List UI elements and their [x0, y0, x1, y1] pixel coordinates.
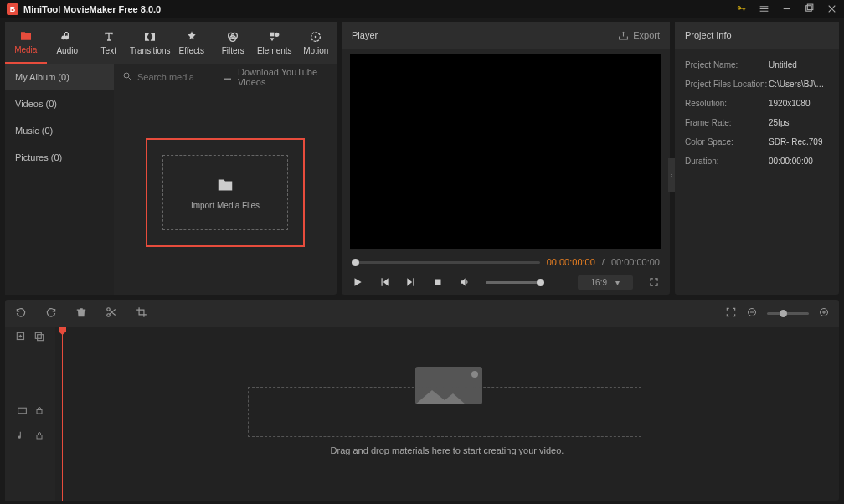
svg-rect-11 [435, 279, 441, 285]
timeline-toolbar [5, 300, 839, 327]
add-track-button[interactable] [15, 331, 27, 344]
tab-media-label: Media [14, 45, 37, 54]
sidebar-item-videos[interactable]: Videos (0) [5, 90, 114, 117]
lock-icon[interactable] [34, 430, 44, 442]
titlebar: B MiniTool MovieMaker Free 8.0.0 [0, 0, 844, 18]
zoom-slider[interactable] [767, 312, 809, 315]
main-tabs: Media Audio Text Transitions Effects Fil… [5, 22, 337, 64]
app-title: MiniTool MovieMaker Free 8.0.0 [23, 4, 161, 14]
undo-button[interactable] [15, 306, 27, 320]
search-icon [122, 71, 132, 83]
tab-text[interactable]: Text [88, 22, 130, 64]
media-sidebar: My Album (0) Videos (0) Music (0) Pictur… [5, 64, 114, 295]
download-icon [223, 71, 233, 83]
playhead[interactable] [62, 327, 63, 501]
video-track-icon [17, 405, 28, 418]
chevron-down-icon: ▾ [615, 278, 620, 287]
maximize-button[interactable] [804, 3, 815, 16]
download-youtube-link[interactable]: Download YouTube Videos [238, 67, 328, 87]
search-input[interactable] [137, 72, 213, 82]
timeline-drop-zone[interactable] [248, 387, 641, 437]
tab-filters[interactable]: Filters [213, 22, 255, 64]
app-logo-icon: B [7, 3, 18, 15]
audio-track-icon [17, 430, 28, 443]
info-row: Resolution:1920x1080 [675, 94, 839, 113]
player-panel: Player Export 00:00:00:00 / 00:00:00:00 … [342, 22, 670, 295]
tab-transitions[interactable]: Transitions [130, 22, 172, 64]
volume-icon[interactable] [459, 276, 471, 290]
folder-icon [216, 176, 234, 194]
info-row: Frame Rate:25fps [675, 113, 839, 132]
redo-button[interactable] [45, 306, 57, 320]
drop-hint-text: Drag and drop materials here to start cr… [55, 445, 839, 455]
aspect-ratio-value: 16:9 [591, 278, 607, 287]
seek-bar[interactable] [352, 261, 540, 264]
svg-point-7 [275, 33, 279, 37]
duplicate-track-button[interactable] [33, 331, 45, 344]
info-row: Duration:00:00:00:00 [675, 152, 839, 171]
project-info-panel: › Project Info Project Name:Untitled Pro… [675, 22, 839, 295]
tab-audio[interactable]: Audio [47, 22, 89, 64]
svg-rect-0 [784, 8, 790, 8]
close-button[interactable] [826, 3, 837, 16]
tracks-area[interactable]: Drag and drop materials here to start cr… [55, 327, 839, 501]
aspect-ratio-select[interactable]: 16:9 ▾ [578, 275, 633, 290]
info-row: Color Space:SDR- Rec.709 [675, 132, 839, 152]
svg-rect-18 [38, 335, 44, 341]
zoom-out-button[interactable] [747, 307, 757, 319]
volume-slider[interactable] [486, 281, 544, 284]
crop-button[interactable] [136, 306, 147, 320]
collapse-info-button[interactable]: › [668, 158, 675, 192]
tab-elements-label: Elements [257, 46, 292, 55]
fit-zoom-button[interactable] [725, 306, 737, 320]
svg-rect-6 [270, 33, 274, 37]
lock-icon[interactable] [34, 405, 44, 417]
player-title: Player [352, 30, 378, 40]
sidebar-item-music[interactable]: Music (0) [5, 117, 114, 144]
media-panel: Media Audio Text Transitions Effects Fil… [5, 22, 337, 295]
project-info-title: Project Info [685, 30, 732, 40]
menu-icon[interactable] [759, 3, 769, 16]
play-button[interactable] [352, 276, 363, 290]
stop-button[interactable] [432, 276, 444, 290]
svg-rect-20 [37, 410, 42, 414]
tab-filters-label: Filters [222, 46, 244, 55]
export-icon [618, 30, 629, 41]
split-button[interactable] [106, 306, 117, 320]
sidebar-item-myalbum[interactable]: My Album (0) [5, 64, 114, 90]
prev-frame-button[interactable] [378, 276, 390, 290]
time-total: 00:00:00:00 [611, 257, 660, 267]
export-button[interactable]: Export [618, 30, 660, 41]
time-separator: / [602, 257, 605, 267]
tab-text-label: Text [101, 46, 116, 55]
video-preview[interactable] [350, 54, 661, 249]
tab-elements[interactable]: Elements [254, 22, 296, 64]
tab-motion[interactable]: Motion [296, 22, 337, 64]
info-row: Project Name:Untitled [675, 55, 839, 75]
tab-media[interactable]: Media [5, 22, 47, 64]
info-row: Project Files Location:C:\Users\BJ\App..… [675, 75, 839, 94]
svg-rect-19 [18, 408, 26, 414]
tab-effects[interactable]: Effects [171, 22, 213, 64]
export-label: Export [633, 30, 660, 40]
svg-point-9 [315, 36, 317, 39]
import-media-box[interactable]: Import Media Files [146, 138, 305, 247]
tab-transitions-label: Transitions [130, 46, 171, 55]
next-frame-button[interactable] [405, 276, 417, 290]
time-current: 00:00:00:00 [547, 257, 595, 267]
import-media-label: Import Media Files [191, 201, 260, 210]
zoom-in-button[interactable] [819, 307, 829, 319]
svg-rect-1 [806, 5, 812, 11]
svg-point-10 [124, 73, 129, 78]
timeline: Drag and drop materials here to start cr… [5, 327, 839, 501]
minimize-button[interactable] [781, 3, 792, 16]
tab-motion-label: Motion [303, 46, 328, 55]
tab-audio-label: Audio [56, 46, 78, 55]
svg-rect-17 [35, 332, 41, 338]
fullscreen-button[interactable] [648, 276, 660, 290]
upgrade-key-icon[interactable] [736, 3, 747, 16]
tab-effects-label: Effects [179, 46, 204, 55]
sidebar-item-pictures[interactable]: Pictures (0) [5, 144, 114, 171]
svg-rect-21 [37, 435, 42, 440]
delete-button[interactable] [75, 306, 87, 320]
